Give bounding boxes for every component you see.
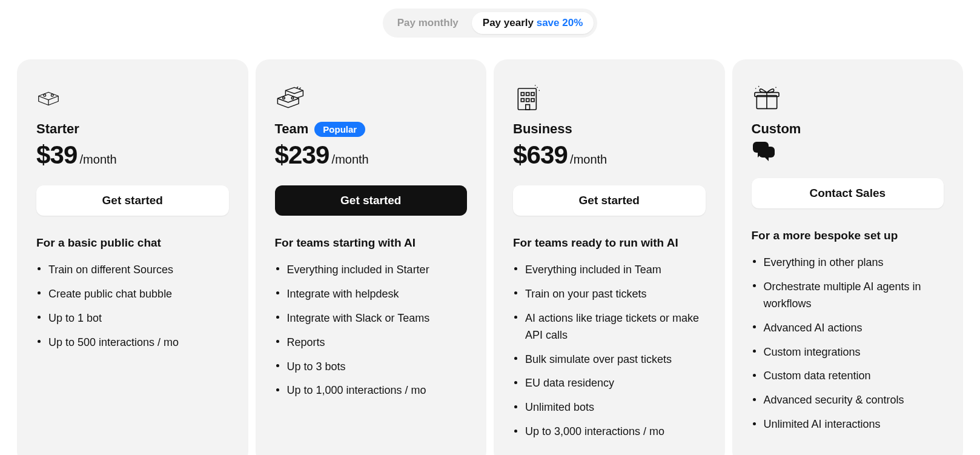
feature-item: Create public chat bubble	[36, 282, 229, 307]
plan-card-starter: Starter $39 /month Get started For a bas…	[17, 59, 248, 455]
plan-subhead: For teams starting with AI	[275, 236, 468, 250]
plan-price: $39	[36, 141, 78, 170]
plan-icon-wrap	[275, 78, 468, 111]
svg-rect-5	[521, 93, 524, 96]
feature-item: Up to 3,000 interactions / mo	[513, 420, 706, 444]
billing-yearly-save: save 20%	[537, 17, 583, 28]
plan-icon-wrap	[36, 78, 229, 111]
svg-point-17	[755, 88, 756, 89]
feature-item: Up to 1 bot	[36, 307, 229, 331]
gift-icon	[752, 84, 782, 111]
feature-item: Unlimited bots	[513, 396, 706, 420]
svg-point-19	[775, 87, 776, 88]
feature-item: EU data residency	[513, 371, 706, 396]
feature-item: Train on your past tickets	[513, 282, 706, 307]
pricing-grid: Starter $39 /month Get started For a bas…	[17, 59, 963, 455]
feature-item: Up to 1,000 interactions / mo	[275, 379, 468, 403]
svg-rect-8	[521, 99, 524, 102]
feature-item: Bulk simulate over past tickets	[513, 348, 706, 372]
feature-item: Integrate with Slack or Teams	[275, 307, 468, 331]
plan-period: /month	[80, 153, 117, 167]
svg-point-13	[539, 90, 540, 91]
svg-rect-11	[526, 105, 530, 110]
plan-feature-list: Everything included in Team Train on you…	[513, 258, 706, 444]
chat-icon	[752, 141, 776, 162]
plan-name: Business	[513, 121, 572, 137]
plan-name: Custom	[752, 121, 801, 137]
plan-feature-list: Train on different Sources Create public…	[36, 258, 229, 355]
feature-item: Everything included in Team	[513, 258, 706, 282]
svg-rect-21	[759, 147, 775, 158]
billing-monthly-label: Pay monthly	[397, 17, 459, 28]
feature-item: Advanced AI actions	[752, 316, 944, 340]
block-icon	[36, 84, 61, 111]
plan-price: $639	[513, 141, 568, 170]
cta-label: Get started	[102, 194, 163, 207]
feature-item: Custom integrations	[752, 340, 944, 365]
plan-card-custom: Custom Contact Sales For a more bespoke …	[732, 59, 964, 455]
plan-card-business: Business $639 /month Get started For tea…	[494, 59, 725, 455]
plan-subhead: For a basic public chat	[36, 236, 229, 250]
feature-item: Advanced security & controls	[752, 388, 944, 413]
feature-item: Everything included in Starter	[275, 258, 468, 282]
plan-name: Team	[275, 121, 309, 137]
feature-item: Everything in other plans	[752, 251, 944, 275]
feature-item: Train on different Sources	[36, 258, 229, 282]
svg-rect-7	[531, 93, 534, 96]
plan-name: Starter	[36, 121, 79, 137]
blocks-icon	[275, 84, 310, 111]
svg-point-12	[537, 87, 538, 88]
svg-rect-9	[526, 99, 529, 102]
feature-item: Up to 500 interactions / mo	[36, 331, 229, 355]
cta-label: Get started	[579, 194, 640, 207]
billing-yearly-label: Pay yearly	[483, 17, 537, 28]
cta-label: Contact Sales	[809, 187, 886, 199]
billing-yearly-button[interactable]: Pay yearly save 20%	[472, 12, 594, 34]
custom-cta-button[interactable]: Contact Sales	[752, 178, 944, 208]
starter-cta-button[interactable]: Get started	[36, 185, 229, 216]
team-cta-button[interactable]: Get started	[275, 185, 468, 216]
billing-monthly-button[interactable]: Pay monthly	[386, 12, 469, 34]
feature-item: Up to 3 bots	[275, 355, 468, 379]
plan-icon-wrap	[513, 78, 706, 111]
feature-item: Reports	[275, 331, 468, 355]
plan-subhead: For teams ready to run with AI	[513, 236, 706, 250]
feature-item: Integrate with helpdesk	[275, 282, 468, 307]
plan-period: /month	[332, 153, 369, 167]
business-cta-button[interactable]: Get started	[513, 185, 706, 216]
feature-item: Custom data retention	[752, 364, 944, 388]
svg-rect-6	[526, 93, 529, 96]
svg-point-18	[758, 86, 759, 87]
plan-subhead: For a more bespoke set up	[752, 229, 944, 242]
plan-feature-list: Everything in other plans Orchestrate mu…	[752, 251, 944, 437]
plan-period: /month	[570, 153, 607, 167]
plan-feature-list: Everything included in Starter Integrate…	[275, 258, 468, 403]
plan-price: $239	[275, 141, 329, 170]
svg-point-14	[535, 85, 536, 86]
popular-badge: Popular	[314, 122, 365, 137]
building-icon	[513, 84, 543, 111]
feature-item: AI actions like triage tickets or make A…	[513, 307, 706, 348]
plan-card-team: Team Popular $239 /month Get started For…	[256, 59, 487, 455]
feature-item: Orchestrate multiple AI agents in workfl…	[752, 275, 944, 316]
billing-toggle: Pay monthly Pay yearly save 20%	[383, 8, 598, 38]
svg-point-0	[44, 94, 46, 96]
plan-icon-wrap	[752, 78, 944, 111]
svg-point-1	[51, 94, 53, 96]
svg-rect-10	[531, 99, 534, 102]
cta-label: Get started	[340, 194, 401, 207]
feature-item: Unlimited AI interactions	[752, 413, 944, 437]
